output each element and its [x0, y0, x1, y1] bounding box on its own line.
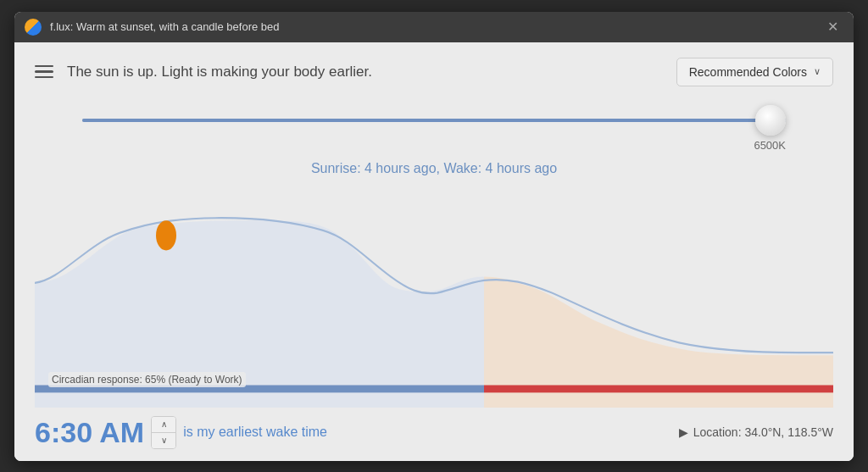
- titlebar: f.lux: Warm at sunset, with a candle bef…: [14, 12, 854, 42]
- slider-track: [82, 119, 786, 122]
- location-label: Location: 34.0°N, 118.5°W: [693, 425, 833, 439]
- app-icon: [25, 19, 42, 36]
- menu-button[interactable]: [35, 65, 53, 79]
- wake-time-section: 6:30 AM ∧ ∨ is my earliest wake time: [35, 416, 327, 449]
- header-left: The sun is up. Light is making your body…: [35, 64, 372, 81]
- slider-container[interactable]: [82, 103, 786, 137]
- time-stepper[interactable]: ∧ ∨: [151, 416, 176, 449]
- location-section: ▶ Location: 34.0°N, 118.5°W: [679, 425, 833, 439]
- close-button[interactable]: ✕: [822, 19, 843, 36]
- slider-fill: [82, 119, 786, 122]
- svg-point-1: [156, 220, 176, 250]
- chevron-down-icon: ∨: [814, 66, 821, 77]
- stepper-up-button[interactable]: ∧: [152, 417, 175, 432]
- stepper-down-button[interactable]: ∨: [152, 433, 175, 448]
- bottom-bar: 6:30 AM ∧ ∨ is my earliest wake time ▶ L…: [14, 408, 854, 461]
- app-window: f.lux: Warm at sunset, with a candle bef…: [14, 12, 854, 461]
- status-message: The sun is up. Light is making your body…: [67, 64, 372, 81]
- location-icon: ▶: [679, 425, 688, 439]
- circadian-response-label: Circadian response: 65% (Ready to Work): [48, 372, 246, 387]
- chart-area: Circadian response: 65% (Ready to Work): [35, 183, 833, 408]
- color-temperature-slider-area: 6500K: [14, 95, 854, 156]
- header-row: The sun is up. Light is making your body…: [14, 42, 854, 95]
- recommended-colors-label: Recommended Colors: [689, 65, 807, 79]
- recommended-colors-button[interactable]: Recommended Colors ∨: [676, 58, 833, 86]
- svg-rect-3: [484, 385, 833, 392]
- wake-time-display: 6:30 AM: [35, 416, 144, 449]
- sunrise-info: Sunrise: 4 hours ago, Wake: 4 hours ago: [14, 156, 854, 183]
- window-title: f.lux: Warm at sunset, with a candle bef…: [50, 20, 822, 33]
- main-content: The sun is up. Light is making your body…: [14, 42, 854, 461]
- temperature-label: 6500K: [82, 139, 786, 152]
- slider-thumb[interactable]: [755, 105, 786, 136]
- wake-time-label: is my earliest wake time: [183, 425, 327, 440]
